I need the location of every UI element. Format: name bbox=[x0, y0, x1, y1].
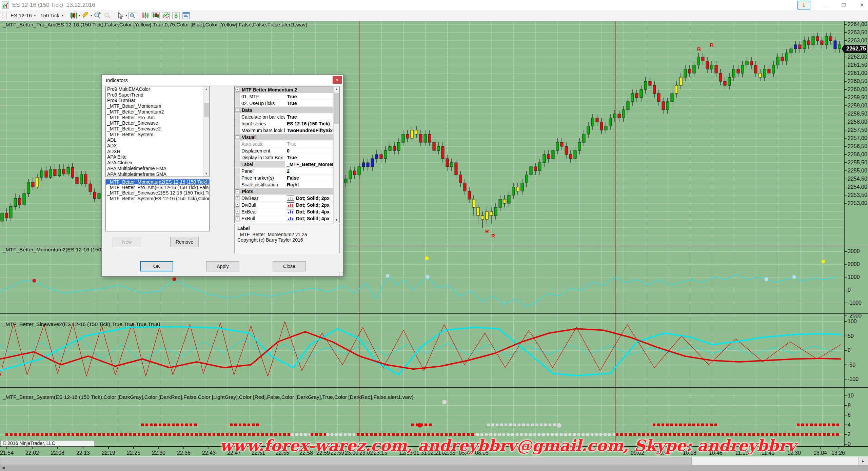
available-indicators-list[interactable]: Pro9 MultiEMAColorPro9 SuperTrendPro9 Tu… bbox=[105, 86, 210, 177]
collapse-icon[interactable]: − bbox=[236, 189, 239, 193]
property-row[interactable]: Display in Data BoxTrue bbox=[235, 154, 339, 161]
close-dialog-button[interactable]: Close bbox=[273, 261, 306, 271]
property-value[interactable]: _MTF_Better_Momer bbox=[285, 162, 339, 167]
zoom-in-button[interactable] bbox=[92, 11, 102, 20]
configured-indicators-list[interactable]: _MTF_Better_Momentum2(ES 12-16 (150 Tick… bbox=[105, 179, 210, 231]
property-value[interactable]: True bbox=[285, 155, 339, 160]
dialog-title-bar[interactable]: Indicators x bbox=[102, 75, 343, 85]
configured-indicator-item[interactable]: _MTF_Better_System(ES 12-16 (150 Tick),C… bbox=[106, 196, 209, 201]
dialog-close-button[interactable]: x bbox=[333, 76, 342, 84]
minimize-button[interactable]: — bbox=[822, 2, 829, 8]
indicator-list-item[interactable]: ADL bbox=[106, 137, 209, 143]
property-value[interactable]: Dot; Solid; 2px bbox=[285, 196, 339, 201]
property-grid-scrollbar[interactable]: ▲ ▼ bbox=[333, 86, 339, 223]
indicator-list-item[interactable]: Pro9 MultiEMAColor bbox=[106, 86, 209, 92]
horizontal-scrollbar[interactable]: ▸ bbox=[0, 456, 868, 465]
property-value[interactable]: False bbox=[285, 175, 339, 181]
configured-indicator-item[interactable]: _MTF_Better_Momentum2(ES 12-16 (150 Tick… bbox=[106, 179, 209, 185]
available-list-scrollbar[interactable]: ▲ ▼ bbox=[203, 86, 209, 177]
scroll-down-icon[interactable]: ▼ bbox=[203, 171, 209, 177]
scrollbar-thumb[interactable] bbox=[334, 93, 339, 124]
property-value[interactable]: True bbox=[285, 101, 339, 106]
expand-icon[interactable]: + bbox=[236, 217, 239, 220]
new-button[interactable]: New bbox=[113, 237, 141, 247]
indicator-list-item[interactable]: _MTF_Better_Momentum bbox=[106, 103, 209, 109]
indicator-list-item[interactable]: Pro9 TurnBar bbox=[106, 98, 209, 103]
property-row[interactable]: Scale justificationRight bbox=[235, 181, 339, 188]
indicator-list-item[interactable]: APA Globex bbox=[106, 160, 209, 166]
property-row[interactable]: +ExBullDot; Solid; 4px bbox=[235, 215, 339, 222]
property-value[interactable]: 2 bbox=[285, 168, 339, 174]
property-category[interactable]: −Plots bbox=[235, 188, 339, 195]
remove-button[interactable]: Remove bbox=[170, 237, 199, 247]
indicators-button[interactable] bbox=[140, 11, 151, 20]
data-box-button[interactable] bbox=[181, 11, 191, 20]
chart-style-button[interactable] bbox=[68, 11, 79, 20]
property-row[interactable]: Label_MTF_Better_Momer bbox=[235, 161, 339, 168]
indicator-list-item[interactable]: _MTF_Better_System bbox=[106, 132, 209, 138]
expand-icon[interactable]: + bbox=[236, 210, 239, 213]
scroll-right-button[interactable]: ▸ bbox=[858, 457, 868, 465]
indicator-list-item[interactable]: APA Multipletimeframe EMA bbox=[106, 166, 209, 171]
apply-button[interactable]: Apply bbox=[206, 261, 239, 271]
collapse-icon[interactable]: − bbox=[236, 108, 239, 112]
indicator-list-item[interactable]: ADX bbox=[106, 143, 209, 149]
property-row[interactable]: 01. MTFTrue bbox=[235, 93, 339, 100]
property-value[interactable]: Right bbox=[285, 182, 339, 187]
property-value[interactable]: Dot; Solid; 4px bbox=[285, 216, 339, 221]
chart-regions-button[interactable] bbox=[161, 11, 171, 20]
link-window-button[interactable]: L bbox=[797, 1, 810, 9]
property-value[interactable]: True bbox=[285, 94, 339, 99]
property-row[interactable]: Displacement0 bbox=[235, 147, 339, 154]
chart-trader-button[interactable] bbox=[151, 11, 161, 20]
property-value[interactable]: Dot; Solid; 2px bbox=[285, 202, 339, 208]
property-row[interactable]: Panel2 bbox=[235, 168, 339, 175]
account-dollar-button[interactable]: $ bbox=[171, 11, 181, 20]
property-grid[interactable]: −MTF Better Momentum 201. MTFTrue02. Use… bbox=[234, 86, 340, 223]
configured-indicator-item[interactable]: _MTF_Better_Pro_Am(ES 12-16 (150 Tick),F… bbox=[106, 185, 209, 190]
restore-button[interactable] bbox=[840, 2, 847, 8]
scrollbar-thumb[interactable] bbox=[0, 457, 692, 465]
indicator-list-item[interactable]: APA Multipletimeframe SMA bbox=[106, 171, 209, 177]
cursor-button[interactable] bbox=[116, 11, 126, 20]
property-row[interactable]: Input seriesES 12-16 (150 Tick) bbox=[235, 120, 339, 127]
expand-icon[interactable]: + bbox=[236, 196, 239, 200]
property-value[interactable]: True bbox=[285, 141, 339, 147]
property-row[interactable]: 02. UseUpTicksTrue bbox=[235, 100, 339, 107]
property-category[interactable]: −Data bbox=[235, 107, 339, 114]
indicator-list-item[interactable]: _MTF_Better_Momentum2 bbox=[106, 109, 209, 115]
indicator-list-item[interactable]: _MTF_Better_Sinewave2 bbox=[106, 126, 209, 132]
expand-icon[interactable]: + bbox=[236, 203, 239, 207]
collapse-icon[interactable]: − bbox=[236, 135, 239, 139]
collapse-icon[interactable]: − bbox=[236, 88, 239, 91]
indicator-list-item[interactable]: Pro9 SuperTrend bbox=[106, 92, 209, 98]
indicator-list-item[interactable]: APA Elite bbox=[106, 154, 209, 160]
scroll-down-icon[interactable]: ▼ bbox=[334, 217, 339, 223]
close-button[interactable]: ✕ bbox=[859, 2, 865, 8]
configured-indicator-item[interactable]: _MTF_Better_Sinewave2(ES 12-16 (150 Tick… bbox=[106, 190, 209, 196]
property-value[interactable]: 0 bbox=[285, 148, 339, 153]
indicator-list-item[interactable]: ADXR bbox=[106, 149, 209, 155]
resize-grip[interactable] bbox=[339, 272, 342, 275]
scroll-up-icon[interactable]: ▲ bbox=[334, 86, 339, 92]
property-category[interactable]: −Visual bbox=[235, 134, 339, 141]
drawing-tools-button[interactable] bbox=[80, 11, 91, 20]
instrument-selector[interactable]: ES 12-16 ▾ bbox=[8, 12, 38, 19]
property-row[interactable]: +DivBearDot; Solid; 2px bbox=[235, 195, 339, 202]
property-row[interactable]: Calculate on bar closTrue bbox=[235, 114, 339, 120]
property-row[interactable]: +ExBearDot; Solid; 4px bbox=[235, 208, 339, 215]
property-value[interactable]: Dot; Solid; 4px bbox=[285, 209, 339, 214]
indicator-list-item[interactable]: _MTF_Better_Sinewave bbox=[106, 120, 209, 126]
property-row[interactable]: +DivBullDot; Solid; 2px bbox=[235, 202, 339, 208]
arrow-left-icon[interactable]: ◀ bbox=[2, 466, 4, 470]
toolbar-grip[interactable] bbox=[2, 12, 4, 19]
property-value[interactable]: TwoHundredFiftySix bbox=[285, 128, 339, 133]
property-row[interactable]: Price marker(s)False bbox=[235, 175, 339, 181]
title-bar[interactable]: ES 12-16 (150 Tick) 13.12.2016 L — ✕ bbox=[0, 0, 868, 10]
property-value[interactable]: True bbox=[285, 114, 339, 120]
property-value[interactable]: ES 12-16 (150 Tick) bbox=[285, 121, 339, 126]
magnifier-window-button[interactable] bbox=[127, 11, 137, 20]
indicator-list-item[interactable]: _MTF_Better_Pro_Am bbox=[106, 115, 209, 121]
property-row[interactable]: Auto scaleTrue bbox=[235, 141, 339, 147]
ok-button[interactable]: OK bbox=[140, 261, 173, 271]
